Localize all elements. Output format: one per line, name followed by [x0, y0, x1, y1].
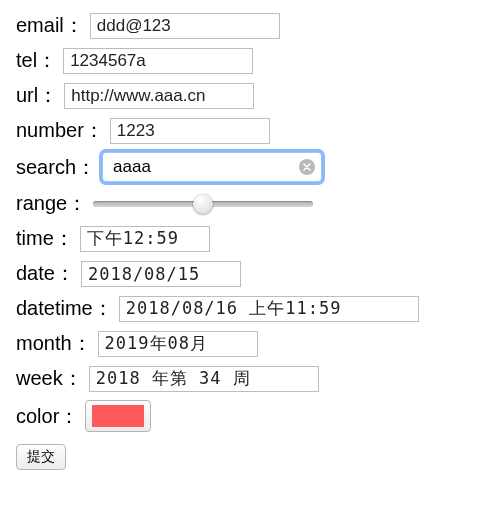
color-row: color：	[16, 400, 484, 432]
range-thumb[interactable]	[193, 194, 213, 214]
datetime-label: datetime：	[16, 295, 113, 322]
month-row: month：	[16, 330, 484, 357]
range-row: range：	[16, 190, 484, 217]
number-input[interactable]	[110, 118, 270, 144]
search-label: search：	[16, 154, 96, 181]
tel-label: tel：	[16, 47, 57, 74]
clear-icon[interactable]	[299, 159, 315, 175]
range-slider[interactable]	[93, 193, 313, 215]
email-row: email：	[16, 12, 484, 39]
datetime-row: datetime：	[16, 295, 484, 322]
color-swatch	[92, 405, 144, 427]
tel-row: tel：	[16, 47, 484, 74]
week-row: week：	[16, 365, 484, 392]
search-field-wrap[interactable]	[102, 152, 322, 182]
time-label: time：	[16, 225, 74, 252]
email-input[interactable]	[90, 13, 280, 39]
date-label: date：	[16, 260, 75, 287]
url-input[interactable]	[64, 83, 254, 109]
search-row: search：	[16, 152, 484, 182]
tel-input[interactable]	[63, 48, 253, 74]
color-input[interactable]	[85, 400, 151, 432]
week-input[interactable]	[89, 366, 319, 392]
color-label: color：	[16, 403, 79, 430]
number-row: number：	[16, 117, 484, 144]
datetime-input[interactable]	[119, 296, 419, 322]
search-input[interactable]	[111, 156, 293, 178]
number-label: number：	[16, 117, 104, 144]
url-label: url：	[16, 82, 58, 109]
month-input[interactable]	[98, 331, 258, 357]
url-row: url：	[16, 82, 484, 109]
submit-button[interactable]: 提交	[16, 444, 66, 470]
week-label: week：	[16, 365, 83, 392]
month-label: month：	[16, 330, 92, 357]
time-input[interactable]	[80, 226, 210, 252]
email-label: email：	[16, 12, 84, 39]
time-row: time：	[16, 225, 484, 252]
range-label: range：	[16, 190, 87, 217]
date-row: date：	[16, 260, 484, 287]
date-input[interactable]	[81, 261, 241, 287]
